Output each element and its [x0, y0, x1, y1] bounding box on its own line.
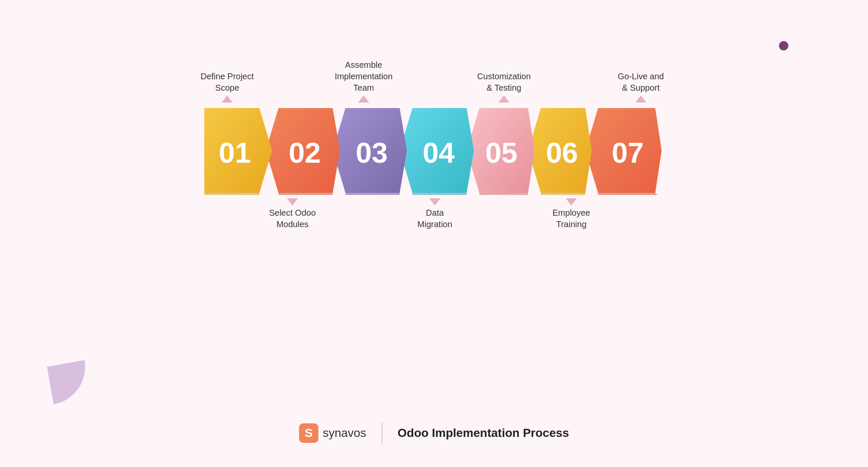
step-05-label-container: Customization& Testing [472, 65, 536, 104]
decorative-leaf [47, 360, 91, 404]
arrow-up-07 [635, 95, 646, 103]
svg-text:01: 01 [219, 136, 251, 169]
logo-text: synavos [323, 426, 366, 440]
step-03-bottom-spacer [330, 198, 398, 232]
synavos-logo-icon: S [299, 423, 318, 443]
step-06-label: EmployeeTraining [553, 207, 590, 230]
step-03-label-container: AssembleImplementationTeam [330, 59, 398, 104]
step-07: 07 [585, 106, 664, 197]
step-01: 01 [204, 106, 274, 197]
svg-text:05: 05 [485, 136, 517, 169]
step-03: 03 [333, 106, 408, 197]
step-07-label-container: Go-Live and& Support [607, 65, 675, 104]
svg-marker-1 [204, 193, 259, 195]
step-01-label: Define Project Scope [193, 65, 261, 95]
svg-text:S: S [305, 426, 313, 439]
step-04-top-spacer [403, 65, 466, 104]
process-diagram: Define Project Scope AssembleImplementat… [74, 59, 794, 232]
step-07-label: Go-Live and& Support [618, 65, 664, 95]
logo: S synavos [299, 423, 366, 443]
footer: S synavos Odoo Implementation Process [299, 423, 569, 444]
step-02-top-spacer [261, 65, 324, 104]
arrow-down-02 [287, 198, 298, 206]
step-01-bottom-spacer [193, 198, 261, 232]
arrow-up-03 [358, 95, 369, 103]
step-04-bottom-label-container: DataMigration [403, 198, 466, 230]
svg-marker-10 [412, 193, 467, 195]
step-06-bottom-label-container: EmployeeTraining [542, 198, 601, 230]
arrow-down-04 [429, 198, 440, 206]
step-05: 05 [467, 106, 537, 197]
step-02-bottom-label-container: Select OdooModules [261, 198, 324, 230]
arrow-up-05 [498, 95, 509, 103]
step-02: 02 [266, 106, 341, 197]
svg-marker-16 [541, 193, 585, 195]
svg-text:04: 04 [423, 136, 455, 169]
footer-divider [381, 423, 382, 444]
step-06: 06 [528, 106, 594, 197]
step-05-bottom-spacer [472, 198, 536, 232]
svg-text:07: 07 [612, 136, 644, 169]
svg-marker-19 [598, 193, 662, 195]
footer-title: Odoo Implementation Process [398, 426, 569, 440]
svg-text:06: 06 [546, 136, 578, 169]
step-04-label: DataMigration [417, 207, 452, 230]
step-04: 04 [400, 106, 475, 197]
step-01-label-container: Define Project Scope [193, 65, 261, 104]
step-02-label: Select OdooModules [269, 207, 316, 230]
step-03-label: AssembleImplementationTeam [335, 59, 393, 95]
step-07-bottom-spacer [607, 198, 675, 232]
chevrons-row: 01 02 [204, 106, 664, 197]
svg-marker-7 [345, 193, 400, 195]
svg-marker-13 [479, 193, 528, 195]
arrow-up-01 [222, 95, 233, 103]
svg-text:03: 03 [356, 136, 388, 169]
step-06-top-spacer [542, 65, 601, 104]
svg-marker-4 [278, 193, 333, 195]
step-05-label: Customization& Testing [477, 65, 531, 95]
decorative-dot [779, 41, 788, 50]
arrow-down-06 [566, 198, 577, 206]
svg-text:02: 02 [289, 136, 321, 169]
